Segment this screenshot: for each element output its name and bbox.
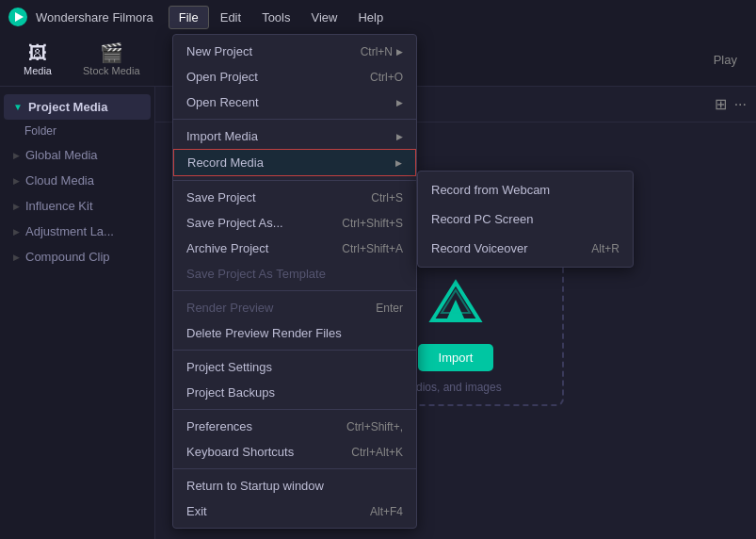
menu-new-project[interactable]: New Project Ctrl+N ▶ — [173, 39, 416, 64]
chevron-right-icon: ▶ — [13, 202, 20, 211]
separator — [173, 350, 416, 351]
menu-help[interactable]: Help — [348, 7, 393, 28]
separator — [173, 468, 416, 469]
menu-record-media[interactable]: Record Media ▶ — [173, 149, 416, 176]
menu-view[interactable]: View — [301, 7, 346, 28]
menu-edit[interactable]: Edit — [211, 7, 250, 28]
media-icon: 🖼 — [28, 43, 47, 62]
menu-save-project-as[interactable]: Save Project As... Ctrl+Shift+S — [173, 210, 416, 236]
menu-project-backups[interactable]: Project Backups — [173, 380, 416, 405]
title-bar: Wondershare Filmora File Edit Tools View… — [0, 0, 756, 34]
menu-project-settings[interactable]: Project Settings — [173, 354, 416, 380]
record-submenu: Record from Webcam Record PC Screen Reco… — [417, 171, 634, 268]
app-logo — [8, 7, 28, 27]
menu-return-startup[interactable]: Return to Startup window — [173, 473, 416, 498]
filmora-logo-large — [423, 269, 489, 335]
tab-media[interactable]: 🖼 Media — [9, 38, 66, 82]
menu-save-template: Save Project As Template — [173, 261, 416, 286]
menu-record-webcam[interactable]: Record from Webcam — [418, 175, 633, 204]
menu-delete-render[interactable]: Delete Preview Render Files — [173, 320, 416, 346]
menu-keyboard-shortcuts[interactable]: Keyboard Shortcuts Ctrl+Alt+K — [173, 439, 416, 465]
import-button[interactable]: Import — [418, 344, 494, 371]
menu-record-voiceover[interactable]: Record Voiceover Alt+R — [418, 234, 633, 263]
app-name: Wondershare Filmora — [36, 10, 153, 24]
menu-archive-project[interactable]: Archive Project Ctrl+Shift+A — [173, 236, 416, 261]
menu-open-recent[interactable]: Open Recent ▶ — [173, 90, 416, 115]
chevron-right-icon: ▶ — [13, 253, 20, 262]
sidebar-influence-kit[interactable]: ▶ Influence Kit — [4, 193, 151, 219]
sidebar-adjustment-layer[interactable]: ▶ Adjustment La... — [4, 219, 151, 244]
sidebar-folder[interactable]: Folder — [4, 120, 151, 142]
stock-media-icon: 🎬 — [100, 43, 123, 62]
chevron-right-icon: ▶ — [13, 176, 20, 186]
menu-exit[interactable]: Exit Alt+F4 — [173, 498, 416, 524]
menu-import-media[interactable]: Import Media ▶ — [173, 123, 416, 149]
menu-preferences[interactable]: Preferences Ctrl+Shift+, — [173, 414, 416, 439]
separator — [173, 290, 416, 291]
sidebar-compound-clip[interactable]: ▶ Compound Clip — [4, 244, 151, 270]
import-hint: udios, and images — [410, 381, 501, 394]
menu-tools[interactable]: Tools — [252, 7, 299, 28]
more-options-icon[interactable]: ··· — [734, 96, 747, 113]
separator — [173, 180, 416, 181]
menu-file[interactable]: File — [169, 6, 209, 29]
sidebar-project-media[interactable]: ▼ Project Media — [4, 94, 151, 120]
submenu-arrow-icon: ▶ — [396, 47, 403, 57]
menu-render-preview: Render Preview Enter — [173, 295, 416, 320]
menu-record-pc[interactable]: Record PC Screen — [418, 204, 633, 234]
play-button[interactable]: Play — [704, 49, 747, 71]
submenu-arrow-icon: ▶ — [395, 158, 402, 168]
separator — [173, 119, 416, 120]
menu-bar: File Edit Tools View Help — [169, 6, 393, 29]
chevron-right-icon: ▶ — [13, 227, 20, 237]
filter-icon[interactable]: ⊞ — [715, 95, 727, 113]
file-menu-dropdown: New Project Ctrl+N ▶ Open Project Ctrl+O… — [172, 34, 417, 529]
submenu-arrow-icon: ▶ — [396, 132, 403, 141]
sidebar: ▼ Project Media Folder ▶ Global Media ▶ … — [0, 87, 155, 539]
separator — [173, 409, 416, 410]
submenu-arrow-icon: ▶ — [396, 98, 403, 107]
sidebar-cloud-media[interactable]: ▶ Cloud Media — [4, 168, 151, 193]
expand-arrow-icon: ▼ — [13, 102, 23, 112]
svg-marker-3 — [446, 300, 465, 320]
sidebar-global-media[interactable]: ▶ Global Media — [4, 142, 151, 168]
menu-open-project[interactable]: Open Project Ctrl+O — [173, 64, 416, 90]
menu-save-project[interactable]: Save Project Ctrl+S — [173, 185, 416, 210]
chevron-right-icon: ▶ — [13, 151, 20, 160]
tab-stock-media[interactable]: 🎬 Stock Media — [70, 38, 153, 82]
